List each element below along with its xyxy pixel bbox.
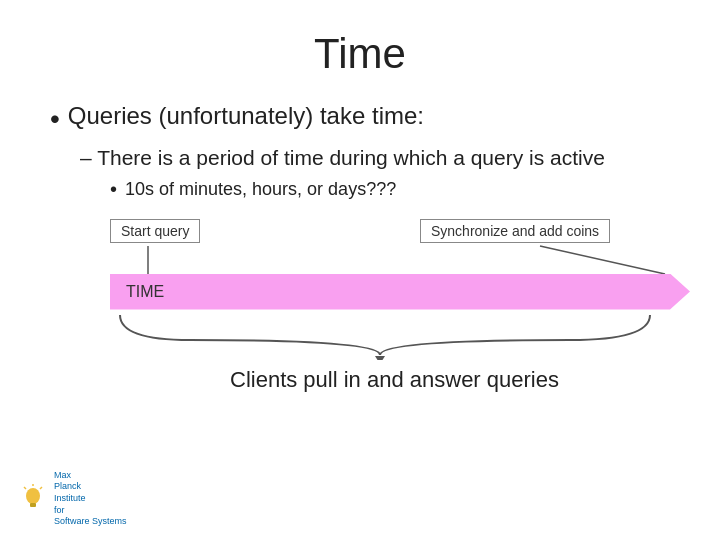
logo-line1: Max	[54, 470, 127, 482]
sub-sub-bullet-1: • 10s of minutes, hours, or days???	[110, 178, 670, 201]
clients-text: Clients pull in and answer queries	[230, 367, 559, 393]
svg-rect-4	[30, 503, 36, 507]
slide: Time • Queries (unfortunately) take time…	[0, 0, 720, 540]
logo-area: Max Planck Institute for Software System…	[18, 470, 127, 528]
svg-marker-2	[375, 356, 385, 360]
logo-line2: Planck	[54, 481, 127, 493]
sub-sub-dot: •	[110, 178, 117, 201]
brace-svg	[110, 310, 670, 360]
sync-label: Synchronize and add coins	[431, 223, 599, 239]
clients-label: Clients pull in and answer queries	[230, 367, 559, 392]
logo-line5: Software Systems	[54, 516, 127, 528]
sub-bullet-1-text: – There is a period of time during which…	[80, 146, 605, 169]
bullet-1: • Queries (unfortunately) take time:	[50, 102, 670, 136]
svg-line-6	[40, 487, 42, 489]
time-label: TIME	[126, 283, 164, 301]
diagram: Start query Synchronize and add coins TI…	[110, 219, 670, 409]
logo-icon	[18, 484, 48, 514]
svg-line-1	[540, 246, 665, 274]
start-query-label: Start query	[121, 223, 189, 239]
logo-line4: for	[54, 505, 127, 517]
sub-sub-text: 10s of minutes, hours, or days???	[125, 179, 396, 200]
bullet-dot-1: •	[50, 102, 60, 136]
logo-line3: Institute	[54, 493, 127, 505]
start-query-box: Start query	[110, 219, 200, 243]
slide-title: Time	[50, 30, 670, 78]
bullet-1-text: Queries (unfortunately) take time:	[68, 102, 424, 130]
time-bar-container: TIME	[110, 274, 690, 310]
logo-text: Max Planck Institute for Software System…	[54, 470, 127, 528]
sync-box: Synchronize and add coins	[420, 219, 610, 243]
time-bar: TIME	[110, 274, 690, 310]
sub-bullet-1: – There is a period of time during which…	[80, 146, 670, 170]
svg-line-7	[24, 487, 26, 489]
svg-point-3	[26, 488, 40, 504]
